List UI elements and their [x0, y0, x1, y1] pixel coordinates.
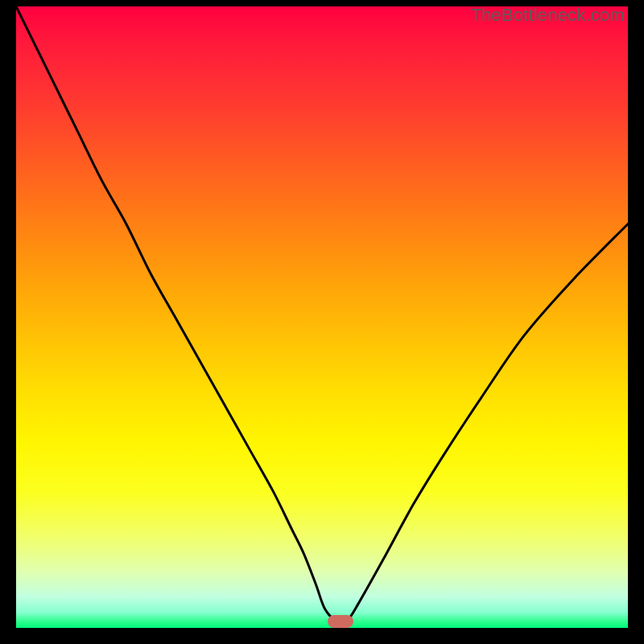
bottleneck-curve-path: [16, 6, 628, 624]
bottleneck-chart: TheBottleneck.com: [0, 0, 644, 644]
curve-svg: [16, 6, 628, 628]
plot-area: [16, 6, 628, 628]
optimum-marker: [328, 615, 353, 628]
